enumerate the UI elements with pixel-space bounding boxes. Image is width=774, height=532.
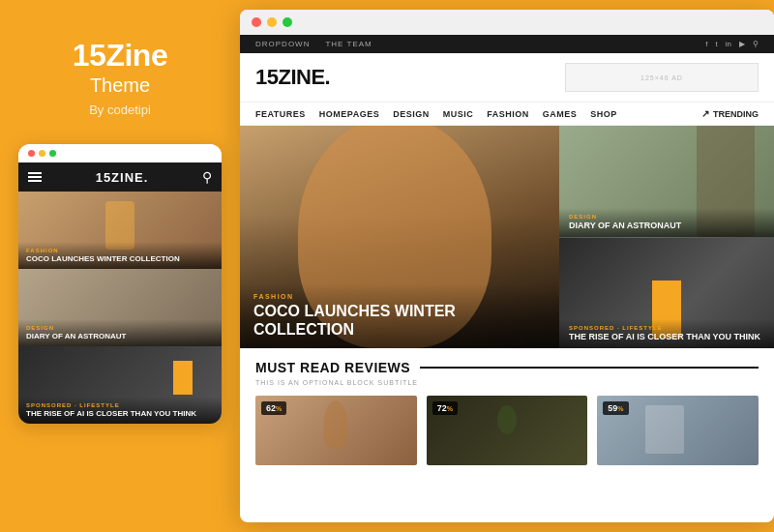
chrome-dot-green[interactable] — [283, 17, 292, 27]
left-panel: 15Zine Theme By codetipi 15ZINE. ⚲ FASHI… — [0, 0, 240, 532]
hero-card-design-overlay: DESIGN DIARY OF AN ASTRONAUT — [559, 208, 774, 237]
mobile-article-3[interactable]: SPONSORED · LIFESTYLE THE RISE OF AI IS … — [18, 346, 222, 424]
site-menu: FEATURES HOMEPAGES DESIGN MUSIC FASHION … — [240, 103, 774, 126]
mobile-article-2-title: DIARY OF AN ASTRONAUT — [26, 332, 214, 341]
menu-music[interactable]: MUSIC — [443, 109, 474, 119]
nav-dropdown[interactable]: DROPDOWN — [255, 40, 310, 48]
score-1-value: 62 — [266, 403, 276, 413]
hero-card-lifestyle-overlay: SPONSORED · LIFESTYLE THE RISE OF AI IS … — [559, 319, 774, 348]
trending-label: TRENDING — [713, 109, 759, 119]
hero-text-overlay: FASHION COCO LAUNCHES WINTER COLLECTION — [240, 283, 559, 348]
trending-icon: ↗ — [701, 108, 709, 119]
must-read-title: MUST READ REVIEWS — [255, 360, 410, 375]
mobile-dot-green — [49, 150, 56, 157]
browser-window: DROPDOWN THE TEAM f t in ▶ ⚲ 15ZINE. 125… — [240, 10, 774, 522]
chrome-dot-red[interactable] — [252, 17, 261, 27]
score-1-pct: % — [276, 405, 282, 412]
menu-shop[interactable]: SHOP — [590, 109, 617, 119]
nav-the-team[interactable]: THE TEAM — [325, 40, 372, 48]
score-3-pct: % — [617, 405, 623, 412]
brand-subtitle: Theme — [90, 74, 150, 97]
brand-title: 15Zine — [73, 39, 167, 73]
mobile-article-1[interactable]: FASHION COCO LAUNCHES WINTER COLLECTION — [18, 192, 222, 269]
browser-chrome-bar — [240, 10, 774, 35]
mobile-article-3-cat: SPONSORED · LIFESTYLE — [26, 402, 214, 408]
mobile-dot-yellow — [39, 150, 45, 157]
review-card-2[interactable]: 72% — [427, 396, 588, 465]
mobile-article-2[interactable]: DESIGN DIARY OF AN ASTRONAUT — [18, 269, 222, 346]
card-lifestyle-title: THE RISE OF AI IS CLOSER THAN YOU THINK — [569, 332, 764, 342]
mobile-article-1-overlay: FASHION COCO LAUNCHES WINTER COLLECTION — [18, 242, 222, 270]
menu-games[interactable]: GAMES — [543, 109, 578, 119]
hero-category: FASHION — [253, 293, 546, 300]
hero-card-lifestyle[interactable]: SPONSORED · LIFESTYLE THE RISE OF AI IS … — [559, 237, 774, 349]
site-top-nav: DROPDOWN THE TEAM f t in ▶ ⚲ — [240, 35, 774, 53]
mobile-article-1-cat: FASHION — [26, 248, 214, 253]
instagram-icon[interactable]: in — [726, 40, 731, 48]
hero-main-image[interactable]: FASHION COCO LAUNCHES WINTER COLLECTION — [240, 126, 559, 348]
trending-button[interactable]: ↗ TRENDING — [701, 108, 759, 119]
mobile-article-3-title: THE RISE OF AI IS CLOSER THAN YOU THINK — [26, 409, 214, 419]
must-read-divider — [420, 367, 759, 369]
mobile-nav: 15ZINE. ⚲ — [18, 163, 222, 192]
must-read-header: MUST READ REVIEWS — [255, 360, 759, 375]
mobile-logo: 15ZINE. — [96, 170, 149, 185]
menu-items-list: FEATURES HOMEPAGES DESIGN MUSIC FASHION … — [255, 109, 617, 119]
score-2-value: 72 — [437, 403, 447, 413]
review-card-3[interactable]: 59% — [597, 396, 759, 465]
site-header: 15ZINE. 125×46 AD — [240, 53, 774, 103]
menu-fashion[interactable]: FASHION — [487, 109, 529, 119]
mobile-top-bar — [18, 144, 222, 163]
must-read-section: MUST READ REVIEWS THIS IS AN OPTIONAL BL… — [240, 348, 774, 473]
card-lifestyle-category: SPONSORED · LIFESTYLE — [569, 325, 764, 331]
review-cards-list: 62% 72% 59% — [255, 396, 759, 465]
hero-title: COCO LAUNCHES WINTER COLLECTION — [253, 303, 546, 339]
review-card-1[interactable]: 62% — [255, 396, 417, 465]
review-score-2: 72% — [432, 401, 458, 415]
chrome-dot-yellow[interactable] — [267, 17, 277, 27]
brand-byline: By codetipi — [89, 103, 151, 117]
hamburger-icon[interactable] — [28, 172, 42, 182]
search-icon[interactable]: ⚲ — [753, 40, 759, 48]
search-icon[interactable]: ⚲ — [202, 169, 212, 185]
mobile-article-2-overlay: DESIGN DIARY OF AN ASTRONAUT — [18, 319, 222, 347]
top-nav-left: DROPDOWN THE TEAM — [255, 40, 372, 48]
top-nav-right: f t in ▶ ⚲ — [705, 40, 759, 48]
mobile-article-3-overlay: SPONSORED · LIFESTYLE THE RISE OF AI IS … — [18, 397, 222, 425]
card-design-title: DIARY OF AN ASTRONAUT — [569, 221, 764, 231]
facebook-icon[interactable]: f — [705, 40, 707, 48]
hero-card-design[interactable]: DESIGN DIARY OF AN ASTRONAUT — [559, 126, 774, 237]
review-score-1: 62% — [261, 401, 286, 415]
mobile-mockup: 15ZINE. ⚲ FASHION COCO LAUNCHES WINTER C… — [18, 144, 222, 424]
mobile-article-2-cat: DESIGN — [26, 325, 214, 331]
youtube-icon[interactable]: ▶ — [739, 40, 745, 48]
site-logo: 15ZINE. — [255, 65, 330, 90]
twitter-icon[interactable]: t — [716, 40, 718, 48]
mobile-window-dots — [28, 150, 56, 157]
must-read-subtitle: THIS IS AN OPTIONAL BLOCK SUBTITLE — [255, 379, 759, 386]
score-3-value: 59 — [608, 403, 617, 413]
card-design-category: DESIGN — [569, 214, 764, 220]
menu-homepages[interactable]: HOMEPAGES — [319, 109, 379, 119]
advertisement-banner: 125×46 AD — [565, 63, 759, 92]
menu-design[interactable]: DESIGN — [393, 109, 430, 119]
menu-features[interactable]: FEATURES — [255, 109, 306, 119]
score-2-pct: % — [447, 405, 453, 412]
hero-section: FASHION COCO LAUNCHES WINTER COLLECTION … — [240, 126, 774, 348]
hero-right-cards: DESIGN DIARY OF AN ASTRONAUT SPONSORED ·… — [559, 126, 774, 348]
review-score-3: 59% — [603, 401, 628, 415]
mobile-article-1-title: COCO LAUNCHES WINTER COLLECTION — [26, 254, 214, 264]
mobile-dot-red — [28, 150, 35, 157]
